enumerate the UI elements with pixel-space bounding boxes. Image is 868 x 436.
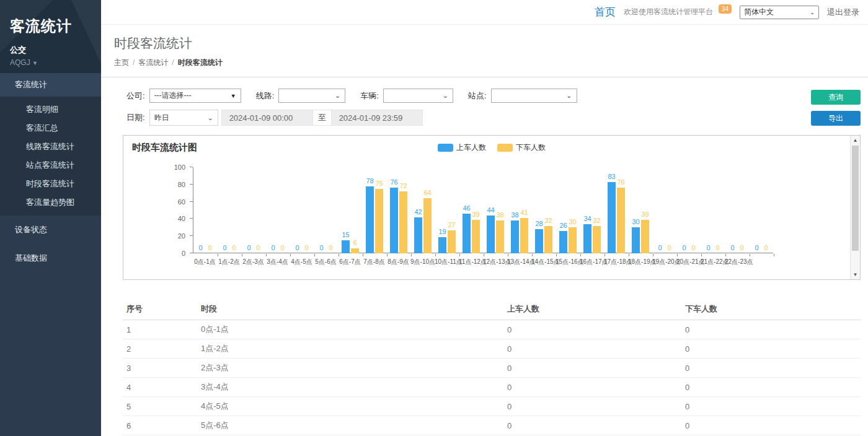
breadcrumb-item[interactable]: 主页	[114, 58, 129, 67]
bar-value-label: 32	[589, 217, 604, 224]
query-button[interactable]: 查询	[811, 90, 861, 105]
table-column-header: 时段	[197, 299, 503, 320]
sidebar-item[interactable]: 时段客流统计	[0, 175, 101, 193]
bar-boarding[interactable]	[366, 186, 374, 253]
chart-category-slot: 00	[653, 167, 677, 253]
bar-alighting[interactable]	[641, 220, 649, 253]
x-axis-label: 12点-13点	[483, 258, 507, 266]
legend-color-chip	[438, 144, 453, 152]
chart-scrollbar[interactable]: ▲ ▼	[850, 136, 860, 279]
chart-title: 时段车流统计图	[132, 142, 197, 154]
bar-boarding[interactable]	[511, 220, 519, 253]
bar-boarding[interactable]	[414, 217, 422, 253]
bar-boarding[interactable]	[559, 231, 567, 253]
chart-category-slot: 7875	[363, 167, 387, 253]
org-code-dropdown[interactable]: AQGJ ▼	[10, 58, 101, 67]
company-label: 公司:	[126, 90, 145, 102]
sidebar-section-1[interactable]: 设备状态	[0, 216, 101, 244]
sidebar-item[interactable]: 客流量趋势图	[0, 193, 101, 212]
chevron-down-icon: ⌄	[443, 92, 448, 100]
table-cell: 5点-6点	[197, 416, 503, 435]
y-tick-label: 0	[182, 250, 185, 257]
bar-boarding[interactable]	[463, 214, 471, 253]
sidebar-section-0[interactable]: 客流统计	[0, 73, 101, 97]
chart-category-slot: 4264	[411, 167, 435, 253]
table-cell: 0	[681, 378, 861, 397]
sidebar-item[interactable]: 线路客流统计	[0, 137, 101, 156]
bar-value-label: 0	[202, 244, 218, 251]
bar-alighting[interactable]	[593, 226, 601, 254]
bar-alighting[interactable]	[351, 248, 359, 253]
x-axis-label: 20点-21点	[676, 258, 701, 266]
sidebar-item[interactable]: 站点客流统计	[0, 156, 101, 175]
date-to-input[interactable]: 2024-01-09 23:59	[331, 110, 423, 126]
breadcrumb-item: 时段客流统计	[178, 58, 223, 67]
legend-item[interactable]: 上车人数	[438, 142, 486, 153]
chevron-down-icon: ⌄	[207, 114, 213, 122]
bar-alighting[interactable]	[520, 218, 528, 253]
bar-value-label: 27	[444, 221, 459, 229]
legend-item[interactable]: 下车人数	[497, 142, 546, 153]
bar-value-label: 32	[541, 217, 556, 224]
bar-boarding[interactable]	[632, 227, 640, 253]
x-axis-label: 7点-8点	[362, 258, 386, 266]
home-link[interactable]: 首页	[595, 5, 616, 19]
sidebar-section-2[interactable]: 基础数据	[0, 244, 101, 272]
scroll-down-arrow-icon[interactable]: ▼	[851, 270, 860, 279]
table-row: 54点-5点00	[123, 397, 861, 416]
dropdown-arrow-icon: ▼	[231, 93, 236, 99]
scroll-up-arrow-icon[interactable]: ▲	[851, 136, 860, 145]
x-axis-label: 18点-19点	[628, 258, 652, 266]
bar-value-label: 0	[323, 244, 339, 251]
chart-category-slot: 00	[677, 167, 701, 253]
bar-boarding[interactable]	[390, 188, 398, 253]
org-label: 公交	[10, 45, 101, 56]
table-cell: 4点-5点	[197, 397, 503, 416]
breadcrumb-item[interactable]: 客流统计	[138, 58, 168, 67]
language-select[interactable]: 简体中文 ⌄	[740, 6, 819, 19]
logout-link[interactable]: 退出登录	[827, 7, 859, 18]
line-label: 线路:	[256, 90, 275, 102]
chart-y-axis: 020406080100	[123, 167, 193, 253]
table-cell: 1点-2点	[197, 339, 503, 359]
company-select[interactable]: ---请选择---▼	[149, 89, 241, 103]
chart-legend: 上车人数下车人数	[438, 142, 546, 153]
chart-plot: 0000000000001567875767242641927463944383…	[193, 167, 773, 253]
legend-label: 下车人数	[516, 142, 546, 153]
bar-alighting[interactable]	[569, 227, 577, 253]
vehicle-select[interactable]: ⌄	[383, 89, 453, 103]
bar-alighting[interactable]	[496, 220, 504, 253]
bar-alighting[interactable]	[544, 226, 552, 254]
date-preset-select[interactable]: 昨日⌄	[149, 110, 218, 126]
bar-boarding[interactable]	[535, 229, 543, 253]
bar-alighting[interactable]	[617, 188, 625, 253]
bar-alighting[interactable]	[399, 191, 407, 253]
date-from-input[interactable]: 2024-01-09 00:00	[221, 110, 313, 126]
sidebar-item[interactable]: 客流明细	[0, 100, 101, 119]
bar-value-label: 75	[371, 180, 387, 187]
notification-badge[interactable]: 34	[719, 4, 732, 14]
x-axis-label: 17点-18点	[604, 258, 628, 266]
bar-alighting[interactable]	[423, 198, 432, 253]
chevron-down-icon: ⌄	[810, 9, 815, 15]
y-tick-label: 20	[178, 232, 185, 240]
chart-category-slot: 00	[218, 167, 242, 253]
bar-alighting[interactable]	[448, 230, 456, 254]
bar-value-label: 38	[492, 211, 508, 219]
export-button[interactable]: 导出	[811, 111, 861, 126]
table-cell: 2点-3点	[197, 359, 503, 378]
breadcrumb-separator: /	[172, 58, 174, 67]
bar-boarding[interactable]	[438, 237, 446, 253]
station-select[interactable]: ⌄	[491, 89, 577, 103]
chart-category-slot: 00	[725, 167, 750, 253]
bar-boarding[interactable]	[487, 216, 495, 253]
sidebar-item[interactable]: 客流汇总	[0, 119, 101, 137]
chart-category-slot: 156	[339, 167, 363, 253]
bar-boarding[interactable]	[583, 224, 591, 253]
scrollbar-thumb[interactable]	[852, 146, 859, 251]
bar-alighting[interactable]	[375, 189, 383, 253]
chart-x-axis-labels: 0点-1点1点-2点2点-3点3点-4点4点-5点5点-6点6点-7点7点-8点…	[193, 258, 788, 266]
line-select[interactable]: ⌄	[278, 89, 345, 103]
bar-boarding[interactable]	[608, 182, 616, 253]
bar-alighting[interactable]	[472, 220, 480, 253]
